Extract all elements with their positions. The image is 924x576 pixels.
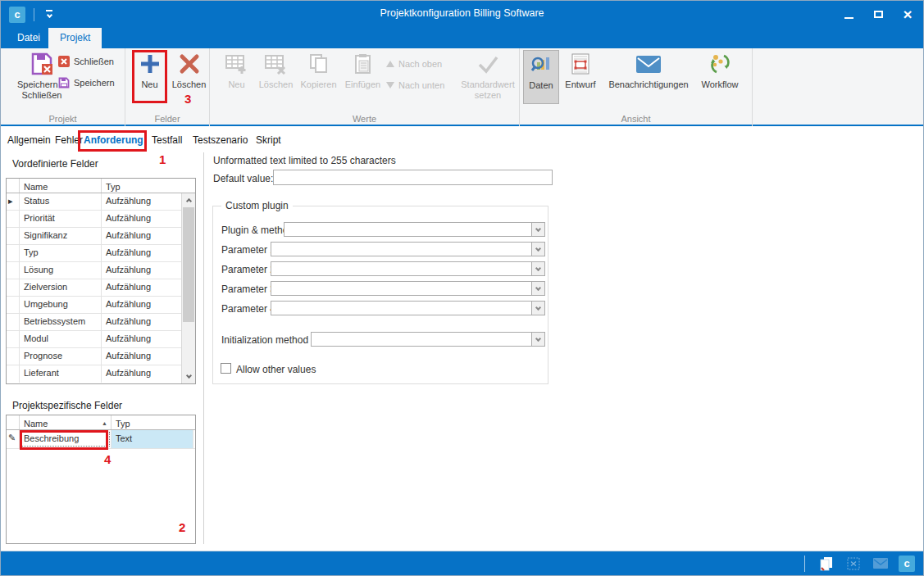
dropdown-arrow-icon[interactable] (531, 282, 544, 295)
new-field-button[interactable]: Neu (132, 50, 167, 103)
tab-anforderung[interactable]: Anforderung (84, 134, 143, 146)
table-row[interactable]: UmgebungAufzählung (7, 297, 195, 314)
cell-name[interactable]: Betriebssystem (20, 314, 102, 330)
cell-name[interactable]: Typ (20, 245, 102, 261)
maximize-button[interactable] (869, 6, 887, 24)
table-row[interactable]: SignifikanzAufzählung (7, 228, 195, 245)
statusbar-app-logo-icon: c (899, 556, 915, 572)
cell-typ[interactable]: Aufzählung (102, 193, 182, 210)
table-row[interactable]: LösungAufzählung (7, 262, 195, 279)
ribbon-tab-strip: Datei Projekt (1, 28, 923, 48)
cell-name[interactable]: Status (20, 193, 102, 210)
copy-pages-icon[interactable] (817, 555, 835, 573)
predefined-table-header: Name Typ (7, 179, 195, 193)
table-row-selected[interactable]: ✎ Beschreibung Text (7, 430, 195, 449)
table-row[interactable]: TypAufzählung (7, 245, 195, 262)
vertical-scrollbar[interactable] (181, 193, 195, 383)
close-project-button[interactable]: Schließen (58, 53, 114, 70)
default-value-input[interactable] (273, 170, 553, 185)
ribbon-group-projekt: Speichern & Schließen Schließen Speicher… (1, 48, 125, 126)
dropdown-arrow-icon[interactable] (531, 302, 544, 315)
scroll-down-icon[interactable] (182, 370, 195, 383)
custom-fields-title: Projektspezifische Felder (12, 400, 122, 411)
parameter3-select[interactable] (271, 281, 545, 296)
tab-testfall[interactable]: Testfall (152, 134, 182, 146)
cell-name[interactable]: Zielversion (20, 279, 102, 296)
cell-typ[interactable]: Aufzählung (102, 211, 182, 227)
scrollbar-thumb[interactable] (183, 207, 194, 322)
table-row[interactable]: LieferantAufzählung (7, 365, 195, 383)
cell-typ[interactable]: Aufzählung (102, 314, 182, 330)
cell-name[interactable]: Umgebung (20, 297, 102, 313)
cell-typ[interactable]: Aufzählung (102, 262, 182, 279)
init-method-select[interactable] (311, 332, 545, 347)
delete-value-button: Löschen (257, 50, 294, 103)
cell-name[interactable]: Priorität (20, 211, 102, 227)
table-row[interactable]: ▸StatusAufzählung (7, 193, 195, 211)
column-header-typ[interactable]: Typ (112, 415, 193, 429)
view-notifications-button[interactable]: Benachrichtigungen (601, 50, 696, 104)
view-design-button[interactable]: Entwurf (562, 50, 599, 104)
table-row[interactable]: PrognoseAufzählung (7, 348, 195, 365)
cell-typ[interactable]: Aufzählung (102, 245, 182, 261)
plus-icon (138, 50, 162, 78)
sort-ascending-icon: ▲ (102, 420, 107, 426)
dropdown-arrow-icon[interactable] (531, 243, 544, 256)
cell-name-editing[interactable]: Beschreibung (20, 430, 112, 448)
dropdown-arrow-icon[interactable] (531, 223, 544, 236)
dropdown-arrow-icon[interactable] (531, 333, 544, 346)
customize-quick-access-icon[interactable] (45, 10, 53, 17)
cell-name[interactable]: Lösung (20, 262, 102, 279)
column-header-name[interactable]: Name▲ (20, 415, 112, 429)
delete-field-button[interactable]: Löschen (170, 50, 208, 103)
app-logo-icon[interactable]: c (9, 7, 25, 23)
parameter4-select[interactable] (271, 301, 545, 315)
column-header-name[interactable]: Name (20, 179, 102, 193)
allow-other-values-checkbox[interactable] (221, 363, 231, 374)
tab-skript[interactable]: Skript (256, 134, 281, 146)
cell-name[interactable]: Lieferant (20, 365, 102, 383)
close-button[interactable]: × (899, 6, 917, 24)
mail-muted-icon[interactable] (872, 555, 890, 573)
ribbon: Speichern & Schließen Schließen Speicher… (1, 48, 923, 126)
save-button[interactable]: Speichern (58, 75, 115, 91)
view-workflow-button[interactable]: Workflow (698, 50, 742, 104)
table-row[interactable]: ModulAufzählung (7, 331, 195, 348)
close-project-label: Schließen (74, 57, 114, 66)
group-label-ansicht: Ansicht (520, 114, 752, 124)
parameter2-select[interactable] (271, 261, 545, 276)
table-row[interactable]: PrioritätAufzählung (7, 211, 195, 228)
table-row[interactable]: BetriebssystemAufzählung (7, 314, 195, 331)
delete-value-label: Löschen (259, 79, 294, 90)
cell-name[interactable]: Prognose (20, 348, 102, 365)
cell-typ[interactable]: Aufzählung (102, 279, 182, 296)
cell-typ[interactable]: Aufzählung (102, 297, 182, 313)
ribbon-tab-datei[interactable]: Datei (6, 28, 52, 48)
cell-name[interactable]: Signifikanz (20, 228, 102, 244)
design-grid-muted-icon[interactable] (844, 555, 863, 573)
custom-fields-table: Name▲ Typ ✎ Beschreibung Text (6, 415, 196, 544)
ribbon-tab-projekt[interactable]: Projekt (48, 28, 102, 48)
column-header-typ[interactable]: Typ (102, 179, 182, 193)
new-value-button: Neu (218, 50, 255, 103)
tab-fehler[interactable]: Fehler (55, 134, 83, 146)
tab-testszenario[interactable]: Testszenario (193, 134, 248, 146)
minimize-button[interactable] (840, 6, 858, 24)
dropdown-arrow-icon[interactable] (531, 262, 544, 275)
cell-typ[interactable]: Aufzählung (102, 228, 182, 244)
row-selector (7, 297, 20, 313)
parameter1-select[interactable] (271, 242, 545, 256)
cell-name[interactable]: Modul (20, 331, 102, 347)
row-selector (7, 211, 20, 227)
cell-typ[interactable]: Aufzählung (102, 365, 182, 383)
group-label-projekt: Projekt (1, 114, 125, 124)
ribbon-group-felder: Neu Löschen Felder (125, 48, 210, 126)
plugin-method-select[interactable] (284, 222, 545, 237)
cell-typ[interactable]: Aufzählung (102, 348, 182, 365)
table-row[interactable]: ZielversionAufzählung (7, 279, 195, 297)
view-data-button[interactable]: Daten (523, 50, 559, 104)
cell-typ[interactable]: Text (112, 430, 193, 448)
tab-allgemein[interactable]: Allgemein (7, 134, 51, 146)
scroll-up-icon[interactable] (182, 193, 195, 206)
cell-typ[interactable]: Aufzählung (102, 331, 182, 347)
